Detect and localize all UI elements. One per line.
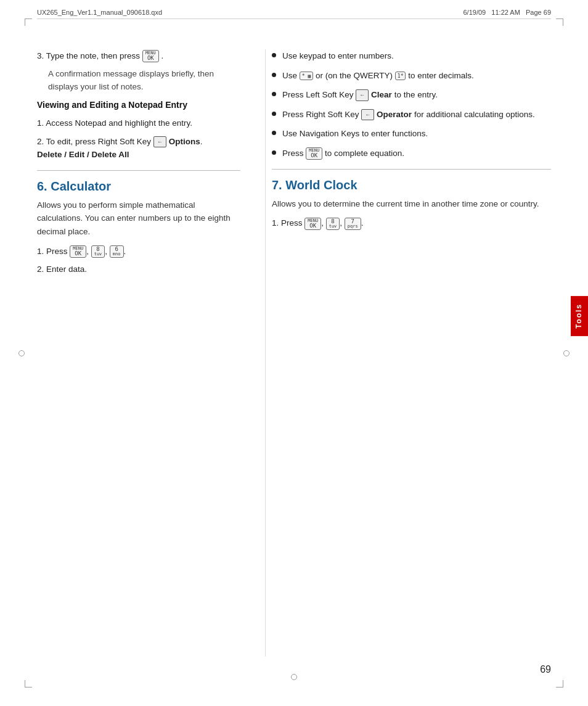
header-filename: UX265_Eng_Ver1.1_manual_090618.qxd [37,9,162,16]
tools-sidebar-tab: Tools [571,296,588,336]
bullet-dot-6 [272,150,276,155]
bullet-dot-3 [272,92,276,96]
calculator-heading: 6. Calculator [37,179,240,194]
bullet-item-4: Press Right Soft Key ← Operator for addi… [272,108,551,121]
bullet-dot-2 [272,73,276,77]
bullet-item-6: Press MENU OK to complete equation. [272,147,551,160]
key-6-mno: 6 mno [110,245,124,258]
corner-mark-br [556,680,563,688]
menu-ok-key-calc: MENU OK [70,245,86,258]
step3-text: 3. Type the note, then press MENU OK . [37,49,240,63]
key-star-shift: * ▦ [300,72,313,81]
step3-note: A confirmation message displays briefly,… [48,68,240,94]
calculator-body: Allows you to perform simple mathematica… [37,199,240,239]
section-divider [37,170,240,171]
calc-step1: 1. Press MENU OK , 8 tuv , 6 mno . [37,245,240,258]
corner-mark-tr [556,18,563,26]
right-soft-key-icon-operator: ← [361,109,374,120]
menu-ok-key-wc: MENU OK [304,218,321,230]
menu-ok-key-step3: MENU OK [142,50,159,62]
side-mark-left [18,350,25,356]
bullet-item-3: Press Left Soft Key ← Clear to the entry… [272,88,551,102]
key-1-star: 1* [395,72,406,81]
right-soft-key-icon-options: ← [153,136,166,147]
notepad-step2: 2. To edit, press Right Soft Key ← Optio… [37,135,240,162]
step3-block: 3. Type the note, then press MENU OK . A… [37,49,240,93]
bullet-item-1: Use keypad to enter numbers. [272,49,551,63]
calc-step2: 2. Enter data. [37,263,240,276]
left-soft-key-icon: ← [356,89,369,101]
world-clock-step1: 1. Press MENU OK , 8 tuv , 7 pqrs . [272,216,551,230]
page-header: UX265_Eng_Ver1.1_manual_090618.qxd 6/19/… [37,9,551,19]
bullet-dot-4 [272,112,276,116]
viewing-editing-heading: Viewing and Editing a Notepad Entry [37,99,240,112]
main-content: 3. Type the note, then press MENU OK . A… [37,49,551,657]
bullet-dot-1 [272,53,276,57]
corner-mark-bl [25,680,32,688]
key-7-pqrs: 7 pqrs [345,218,361,230]
calculator-bullets: Use keypad to enter numbers. Use * ▦ or … [272,49,551,160]
menu-ok-key-complete: MENU OK [306,147,322,160]
bullet-item-5: Use Navigation Keys to enter functions. [272,127,551,141]
corner-mark-tl [25,18,32,26]
notepad-step1: 1. Access Notepad and highlight the entr… [37,117,240,130]
key-8-tuv-wc: 8 tuv [326,218,340,230]
side-mark-right [563,350,570,356]
right-column: Use keypad to enter numbers. Use * ▦ or … [265,49,551,657]
world-clock-body: Allows you to determine the current time… [272,197,551,211]
world-clock-heading: 7. World Clock [272,178,551,192]
header-meta: 6/19/09 11:22 AM Page 69 [463,9,551,16]
bullet-dot-5 [272,131,276,135]
key-8-tuv: 8 tuv [91,245,105,258]
bullet-item-2: Use * ▦ or (on the QWERTY) 1* to enter d… [272,69,551,83]
right-section-divider [272,169,551,170]
left-column: 3. Type the note, then press MENU OK . A… [37,49,247,657]
page-number: 69 [540,664,551,675]
bottom-mark [291,674,297,680]
